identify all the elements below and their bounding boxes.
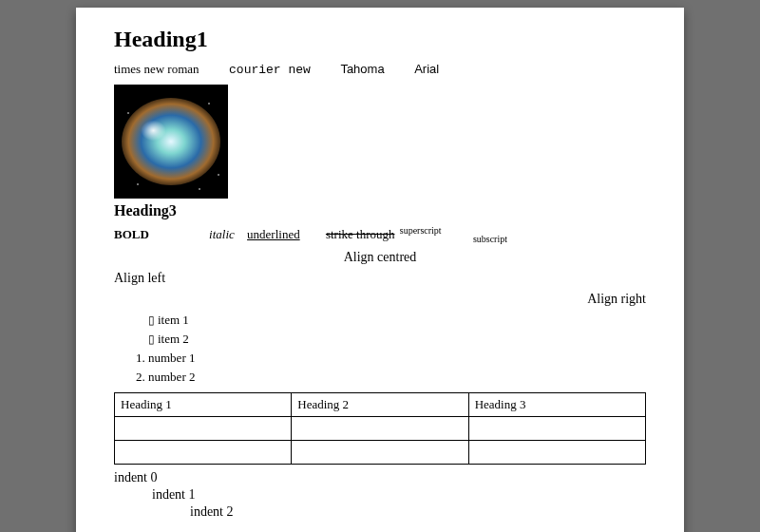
subscript-sample: subscript bbox=[473, 234, 507, 244]
table-header: Heading 2 bbox=[292, 392, 468, 416]
table-row bbox=[115, 440, 646, 464]
text-styles-row: BOLD italic underlined strike through su… bbox=[114, 225, 646, 244]
bold-sample: BOLD bbox=[114, 227, 149, 242]
table-cell bbox=[292, 416, 468, 440]
bullet-list: item 1 item 2 bbox=[114, 313, 646, 347]
svg-point-2 bbox=[139, 117, 180, 151]
underlined-sample: underlined bbox=[247, 227, 300, 242]
table-cell bbox=[468, 440, 645, 464]
numbered-list: number 1 number 2 bbox=[114, 351, 646, 385]
table-row: Heading 1 Heading 2 Heading 3 bbox=[115, 392, 646, 416]
table-row bbox=[115, 416, 646, 440]
align-center-text: Align centred bbox=[114, 250, 646, 265]
font-times-label: times new roman bbox=[114, 62, 200, 76]
indent-0-text: indent 0 bbox=[114, 470, 646, 485]
sample-table: Heading 1 Heading 2 Heading 3 bbox=[114, 392, 646, 465]
font-tahoma-label: Tahoma bbox=[340, 62, 384, 76]
table-cell bbox=[468, 416, 645, 440]
indent-2-text: indent 2 bbox=[190, 504, 646, 520]
italic-sample: italic bbox=[209, 227, 235, 242]
svg-point-3 bbox=[208, 103, 210, 104]
table-header: Heading 3 bbox=[468, 392, 645, 416]
svg-point-7 bbox=[199, 188, 200, 190]
list-item: item 1 bbox=[148, 313, 646, 328]
align-right-text: Align right bbox=[114, 292, 646, 307]
table-cell bbox=[292, 440, 468, 464]
list-item: number 2 bbox=[148, 370, 646, 385]
table-header: Heading 1 bbox=[115, 392, 292, 416]
font-arial-label: Arial bbox=[414, 62, 439, 76]
table-cell bbox=[115, 416, 292, 440]
heading1: Heading1 bbox=[114, 27, 646, 52]
svg-point-5 bbox=[218, 174, 219, 176]
font-courier-label: courier new bbox=[229, 63, 311, 77]
svg-point-6 bbox=[137, 183, 139, 185]
strike-sample: strike through bbox=[326, 227, 395, 242]
table-cell bbox=[115, 440, 292, 464]
list-item: item 2 bbox=[148, 332, 646, 347]
nebula-image bbox=[114, 85, 228, 199]
list-item: number 1 bbox=[148, 351, 646, 366]
superscript-sample: superscript bbox=[400, 225, 442, 236]
svg-point-4 bbox=[127, 112, 129, 114]
heading3: Heading3 bbox=[114, 202, 646, 219]
document-page: Heading1 times new roman courier new Tah… bbox=[76, 8, 684, 532]
indent-1-text: indent 1 bbox=[152, 487, 646, 503]
font-samples-row: times new roman courier new Tahoma Arial bbox=[114, 62, 646, 77]
align-left-text: Align left bbox=[114, 271, 646, 286]
